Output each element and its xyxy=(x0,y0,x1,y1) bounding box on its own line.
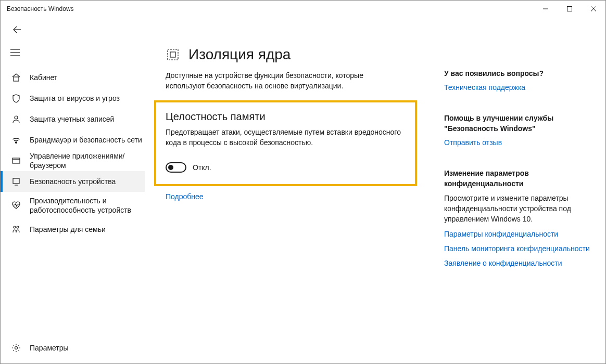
svg-rect-18 xyxy=(168,49,178,60)
section-title: Целостность памяти xyxy=(166,111,406,123)
right-panel: У вас появились вопросы? Техническая под… xyxy=(444,42,595,364)
svg-point-17 xyxy=(15,347,18,349)
gear-icon xyxy=(11,343,21,353)
person-icon xyxy=(11,114,21,124)
svg-rect-11 xyxy=(12,158,20,163)
device-icon xyxy=(11,176,21,187)
sidebar-item-label: Защита учетных записей xyxy=(30,114,114,124)
hamburger-button[interactable] xyxy=(3,42,28,63)
back-button[interactable] xyxy=(9,21,26,38)
memory-integrity-toggle[interactable] xyxy=(166,162,186,173)
feedback-link[interactable]: Отправить отзыв xyxy=(444,138,595,147)
svg-rect-19 xyxy=(170,52,175,57)
network-icon xyxy=(11,135,21,145)
chip-icon xyxy=(166,47,180,62)
sidebar-item-label: Кабинет xyxy=(30,73,57,82)
sidebar-item-home[interactable]: Кабинет xyxy=(1,67,145,88)
sidebar-item-family[interactable]: Параметры для семьи xyxy=(1,219,145,240)
sidebar-item-label: Производительность и работоспособность у… xyxy=(30,196,145,215)
questions-title: У вас появились вопросы? xyxy=(444,68,595,79)
family-icon xyxy=(11,224,21,235)
sidebar-item-device[interactable]: Безопасность устройства xyxy=(1,171,145,192)
page-title: Изоляция ядра xyxy=(188,46,291,63)
home-icon xyxy=(11,72,21,83)
svg-point-10 xyxy=(16,142,17,144)
svg-point-15 xyxy=(14,226,16,228)
privacy-statement-link[interactable]: Заявление о конфиденциальности xyxy=(444,258,595,268)
sidebar-item-performance[interactable]: Производительность и работоспособность у… xyxy=(1,192,145,219)
privacy-dashboard-link[interactable]: Панель мониторинга конфиденциальности xyxy=(444,244,595,253)
improve-title: Помощь в улучшении службы "Безопасность … xyxy=(444,113,595,134)
heart-icon xyxy=(11,200,21,211)
sidebar-item-label: Защита от вирусов и угроз xyxy=(30,94,120,103)
sidebar-item-label: Параметры для семьи xyxy=(30,225,106,234)
sidebar-item-label: Безопасность устройства xyxy=(30,177,116,186)
support-link[interactable]: Техническая поддержка xyxy=(444,83,595,92)
minimize-button[interactable] xyxy=(534,1,558,17)
sidebar-item-label: Управление приложениями/браузером xyxy=(30,151,145,170)
svg-rect-8 xyxy=(14,77,19,81)
toggle-state-label: Откл. xyxy=(193,163,211,172)
shield-icon xyxy=(11,93,21,103)
sidebar-item-settings[interactable]: Параметры xyxy=(1,337,145,358)
sidebar-item-appcontrol[interactable]: Управление приложениями/браузером xyxy=(1,150,145,171)
close-button[interactable] xyxy=(582,1,605,17)
svg-point-16 xyxy=(17,226,19,228)
svg-rect-1 xyxy=(567,7,572,11)
privacy-settings-link[interactable]: Параметры конфиденциальности xyxy=(444,229,595,239)
maximize-button[interactable] xyxy=(558,1,582,17)
privacy-section: Изменение параметров конфиденциальности … xyxy=(444,168,595,268)
svg-rect-13 xyxy=(13,178,19,184)
sidebar-item-firewall[interactable]: Брандмауэр и безопасность сети xyxy=(1,129,145,150)
privacy-description: Просмотрите и измените параметры конфиде… xyxy=(444,193,595,224)
svg-point-9 xyxy=(15,116,18,119)
window-controls xyxy=(534,1,605,17)
topbar xyxy=(1,17,605,42)
sidebar: Кабинет Защита от вирусов и угроз Защита… xyxy=(1,42,145,364)
questions-section: У вас появились вопросы? Техническая под… xyxy=(444,68,595,92)
improve-section: Помощь в улучшении службы "Безопасность … xyxy=(444,113,595,147)
app-icon xyxy=(11,155,21,166)
nav-list: Кабинет Защита от вирусов и угроз Защита… xyxy=(1,67,145,337)
sidebar-item-label: Брандмауэр и безопасность сети xyxy=(30,135,142,145)
sidebar-item-virus[interactable]: Защита от вирусов и угроз xyxy=(1,88,145,109)
page-description: Доступные на устройстве функции безопасн… xyxy=(166,70,395,91)
titlebar: Безопасность Windows xyxy=(1,1,605,17)
learn-more-link[interactable]: Подробнее xyxy=(166,192,204,201)
sidebar-item-label: Параметры xyxy=(30,343,69,353)
highlight-box: Целостность памяти Предотвращает атаки, … xyxy=(154,100,417,186)
main-content: Изоляция ядра Доступные на устройстве фу… xyxy=(166,42,413,364)
sidebar-item-account[interactable]: Защита учетных записей xyxy=(1,109,145,129)
section-description: Предотвращает атаки, осуществляемые путе… xyxy=(166,127,406,148)
privacy-title: Изменение параметров конфиденциальности xyxy=(444,168,595,189)
window-title: Безопасность Windows xyxy=(7,5,534,12)
